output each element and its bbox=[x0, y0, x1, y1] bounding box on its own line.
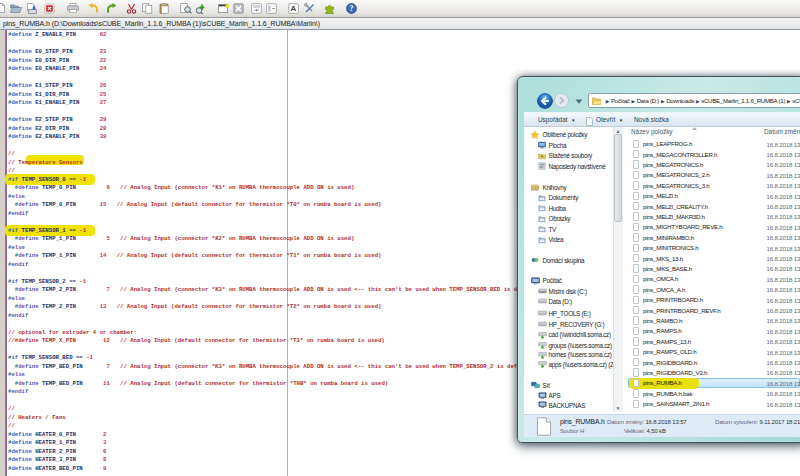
svg-text:A: A bbox=[291, 4, 297, 13]
svg-text:?: ? bbox=[349, 4, 353, 13]
